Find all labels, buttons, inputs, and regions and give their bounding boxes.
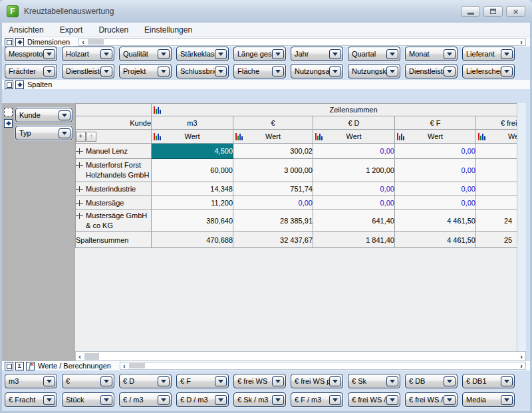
close-button[interactable]: × (506, 6, 525, 17)
dimension-button[interactable]: Schlussbrie (176, 64, 229, 78)
value-button[interactable]: m3 (5, 374, 57, 388)
chevron-down-icon[interactable] (386, 67, 398, 76)
chevron-down-icon[interactable] (272, 395, 284, 405)
chevron-down-icon[interactable] (329, 49, 341, 59)
dimension-button[interactable]: Holzart (62, 47, 114, 61)
grid-cell[interactable]: 641,40 (313, 210, 395, 232)
value-button[interactable]: Stück (62, 392, 114, 407)
chevron-down-icon[interactable] (215, 49, 227, 59)
expand-rows-button[interactable]: + (76, 132, 86, 142)
dimensions-scrollbar[interactable]: ‹ › (78, 38, 526, 46)
scroll-left-icon[interactable]: ‹ (79, 39, 87, 45)
sort-updown-icon[interactable] (15, 80, 24, 89)
chevron-down-icon[interactable] (444, 395, 456, 405)
window-panel-icon[interactable] (5, 362, 13, 370)
grid-cell[interactable] (476, 159, 517, 182)
values-scrollbar[interactable]: ‹ › (120, 362, 526, 370)
dimension-button[interactable]: Stärkeklass (176, 47, 229, 61)
dimension-button[interactable]: Länge gest (233, 47, 286, 61)
grid-cell[interactable] (476, 196, 517, 210)
column-header-eur-d[interactable]: € D (313, 116, 395, 130)
menu-export[interactable]: Export (60, 25, 83, 35)
chevron-down-icon[interactable] (386, 49, 398, 59)
chevron-down-icon[interactable] (329, 395, 341, 405)
chevron-down-icon[interactable] (501, 376, 513, 386)
chevron-down-icon[interactable] (43, 376, 55, 386)
grid-cell[interactable]: 0,00 (313, 182, 395, 196)
menu-einstellungen[interactable]: Einstellungen (144, 25, 192, 35)
bar-chart-icon[interactable] (397, 133, 404, 140)
grid-cell[interactable]: 751,74 (233, 182, 313, 196)
row-drag-icon[interactable] (76, 200, 83, 207)
dimension-button[interactable]: Lieferschein (462, 64, 515, 78)
sort-updown-icon[interactable] (4, 119, 13, 128)
dimension-button[interactable]: Frächter (5, 64, 57, 78)
chevron-down-icon[interactable] (329, 376, 341, 386)
chevron-down-icon[interactable] (100, 376, 112, 386)
scroll-left-icon[interactable]: ‹ (120, 362, 128, 369)
vertical-scrollbar[interactable] (517, 103, 526, 351)
chevron-down-icon[interactable] (444, 49, 456, 59)
value-button[interactable]: € frei WS / (405, 392, 458, 407)
dimension-button[interactable]: Lieferant (462, 47, 515, 61)
grid-cell[interactable]: 0,00 (313, 144, 395, 159)
scroll-thumb[interactable] (84, 353, 99, 360)
wert-header[interactable]: Wert (313, 130, 395, 144)
grid-cell[interactable]: 4 461,50 (395, 210, 476, 232)
value-button[interactable]: € Sk (348, 374, 400, 388)
grid-cell[interactable]: 300,02 (233, 144, 313, 159)
window-panel-icon[interactable] (5, 80, 13, 89)
grid-cell[interactable]: 60,000 (152, 159, 233, 182)
formula-delete-icon[interactable]: ƒ (26, 362, 35, 370)
chevron-down-icon[interactable] (100, 67, 112, 76)
row-dimension-kunde[interactable]: Kunde (15, 108, 72, 122)
value-button[interactable]: € (62, 374, 114, 388)
value-button[interactable]: € frei WS (233, 374, 286, 388)
row-drag-icon[interactable] (76, 213, 83, 219)
row-header[interactable]: Mustersäge GmbH & co KG (76, 210, 152, 232)
chevron-down-icon[interactable] (272, 67, 284, 76)
grid-cell[interactable]: 0,00 (233, 196, 313, 210)
dimension-button[interactable]: Quartal (348, 47, 400, 61)
wert-header[interactable]: Wert (233, 130, 313, 144)
row-header[interactable]: Musterforst Forst Holzhandels GmbH (76, 159, 152, 182)
value-button[interactable]: € frei WS p (291, 374, 343, 388)
grid-cell[interactable] (476, 182, 517, 196)
value-button[interactable]: € frei WS / (348, 392, 400, 407)
chevron-down-icon[interactable] (59, 110, 70, 120)
bar-chart-icon[interactable] (478, 133, 485, 140)
chevron-down-icon[interactable] (272, 376, 284, 386)
chevron-down-icon[interactable] (501, 67, 513, 76)
grid-cell[interactable]: 0,00 (313, 196, 395, 210)
minimize-button[interactable] (461, 6, 480, 17)
column-header-m3[interactable]: m3 (152, 116, 233, 130)
bar-chart-icon[interactable] (154, 133, 161, 140)
dimension-button[interactable]: Messprotok (5, 47, 57, 61)
dimension-button[interactable]: Projekt (119, 64, 172, 78)
scroll-right-icon[interactable]: › (517, 353, 525, 360)
row-header[interactable]: Mustersäge (76, 196, 152, 210)
chevron-down-icon[interactable] (215, 395, 227, 405)
value-button[interactable]: Media (462, 392, 515, 407)
wert-header[interactable]: Wert (476, 130, 517, 144)
dimension-button[interactable]: Monat (405, 47, 458, 61)
menu-drucken[interactable]: Drucken (98, 25, 128, 35)
bar-chart-icon[interactable] (154, 106, 161, 114)
totals-cell[interactable]: 25 (476, 232, 517, 248)
grid-cell[interactable]: 11,200 (152, 196, 233, 210)
scroll-left-icon[interactable]: ‹ (76, 353, 84, 360)
bar-chart-icon[interactable] (235, 133, 243, 140)
chevron-down-icon[interactable] (501, 49, 513, 59)
row-header[interactable]: Manuel Lenz (76, 144, 152, 159)
sum-icon[interactable]: Σ (15, 362, 24, 370)
grid-cell[interactable]: 24 (476, 210, 517, 232)
value-button[interactable]: € F (176, 374, 229, 388)
scroll-thumb[interactable] (129, 363, 145, 368)
grid-cell[interactable]: 0,00 (395, 182, 476, 196)
dimension-button[interactable]: Qualität (119, 47, 172, 61)
grid-cell[interactable]: 28 385,91 (233, 210, 313, 232)
row-dimension-typ[interactable]: Typ (15, 126, 72, 140)
row-drag-icon[interactable] (76, 186, 83, 193)
chevron-down-icon[interactable] (100, 395, 112, 405)
sort-updown-icon[interactable] (15, 38, 24, 47)
